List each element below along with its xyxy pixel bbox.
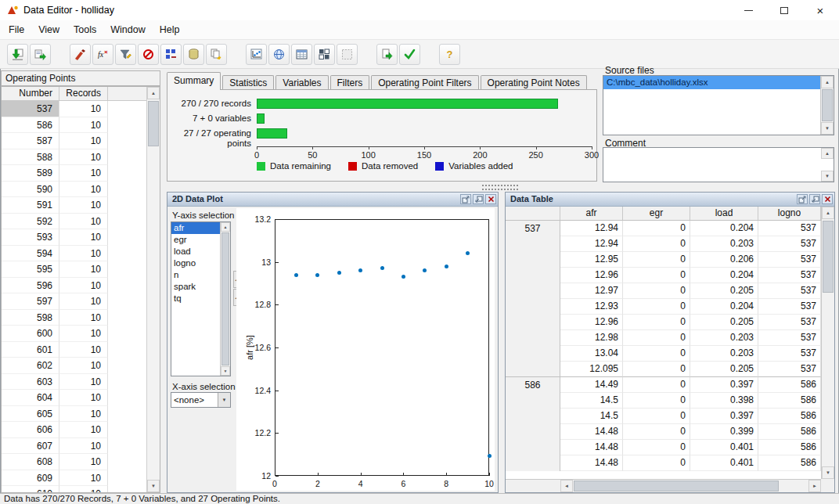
tab-statistics[interactable]: Statistics bbox=[222, 75, 274, 90]
row-header-cell[interactable] bbox=[506, 236, 560, 252]
test-filter-button[interactable] bbox=[138, 44, 159, 65]
y-axis-item-tq[interactable]: tq bbox=[171, 293, 220, 304]
export-workspace-button[interactable] bbox=[376, 44, 398, 65]
scroll-up-icon[interactable]: ▲ bbox=[221, 222, 230, 232]
row-header-cell[interactable] bbox=[506, 362, 560, 377]
table-cell[interactable]: 12.96 bbox=[560, 315, 623, 330]
op-records-cell[interactable]: 10 bbox=[59, 214, 108, 230]
tab-summary[interactable]: Summary bbox=[167, 72, 221, 90]
empty-view-button[interactable] bbox=[337, 44, 358, 65]
op-number-cell[interactable]: 595 bbox=[2, 261, 59, 278]
operating-point-row[interactable]: 60410 bbox=[2, 390, 160, 406]
table-cell[interactable]: 0.204 bbox=[690, 299, 758, 315]
table-cell[interactable]: 14.48 bbox=[560, 455, 623, 471]
y-axis-scrollbar[interactable]: ▲ ▼ bbox=[220, 222, 230, 376]
menu-item-view[interactable]: View bbox=[31, 20, 67, 40]
table-cell[interactable]: 537 bbox=[758, 315, 821, 330]
op-records-cell[interactable]: 10 bbox=[59, 261, 108, 278]
chevron-down-icon[interactable]: ▼ bbox=[218, 393, 230, 407]
scroll-up-icon[interactable]: ▲ bbox=[821, 76, 834, 88]
table-cell[interactable]: 537 bbox=[758, 268, 821, 283]
table-cell[interactable]: 0.203 bbox=[690, 330, 758, 346]
operating-point-row[interactable]: 60710 bbox=[2, 438, 160, 455]
scroll-up-icon[interactable]: ▲ bbox=[147, 87, 160, 99]
table-cell[interactable]: 0 bbox=[623, 299, 690, 315]
op-number-cell[interactable]: 606 bbox=[2, 422, 59, 438]
table-cell[interactable]: 12.94 bbox=[560, 221, 623, 236]
table-cell[interactable]: 537 bbox=[758, 330, 821, 346]
column-header-logno[interactable]: logno bbox=[758, 207, 821, 220]
row-header-cell[interactable]: 586 bbox=[506, 377, 560, 393]
table-row[interactable]: 53712.9400.204537 bbox=[506, 221, 821, 236]
row-header-cell[interactable] bbox=[506, 409, 560, 424]
table-cell[interactable]: 0.397 bbox=[690, 377, 758, 393]
table-cell[interactable]: 0.398 bbox=[690, 393, 758, 409]
op-number-cell[interactable]: 604 bbox=[2, 390, 59, 406]
table-cell[interactable]: 14.5 bbox=[560, 409, 623, 424]
op-records-cell[interactable]: 10 bbox=[59, 406, 108, 423]
table-cell[interactable]: 0.397 bbox=[690, 409, 758, 424]
tab-operating-point-notes[interactable]: Operating Point Notes bbox=[481, 75, 587, 90]
comment-scrollbar[interactable]: ▲ ▼ bbox=[821, 148, 834, 182]
table-row[interactable]: 12.9600.205537 bbox=[506, 315, 821, 330]
table-cell[interactable]: 586 bbox=[758, 409, 821, 424]
operating-point-row[interactable]: 59010 bbox=[2, 182, 160, 198]
op-records-cell[interactable]: 10 bbox=[59, 422, 108, 438]
op-number-cell[interactable]: 598 bbox=[2, 310, 59, 326]
operating-point-row[interactable]: 59810 bbox=[2, 310, 160, 326]
table-row[interactable]: 12.9800.203537 bbox=[506, 330, 821, 346]
op-records-cell[interactable]: 10 bbox=[59, 133, 108, 149]
add-filter-button[interactable] bbox=[115, 44, 136, 65]
multi-view-button[interactable] bbox=[314, 44, 335, 65]
table-cell[interactable]: 0.401 bbox=[690, 455, 758, 471]
operating-points-scrollbar[interactable]: ▲ ▼ bbox=[146, 87, 160, 492]
table-row[interactable]: 14.500.398586 bbox=[506, 393, 821, 409]
scroll-down-icon[interactable]: ▼ bbox=[821, 122, 834, 135]
op-number-cell[interactable]: 591 bbox=[2, 197, 59, 214]
table-cell[interactable]: 586 bbox=[758, 393, 821, 409]
row-header-cell[interactable] bbox=[506, 424, 560, 440]
op-records-cell[interactable]: 10 bbox=[59, 326, 108, 342]
op-number-cell[interactable]: 592 bbox=[2, 214, 59, 230]
y-axis-item-spark[interactable]: spark bbox=[171, 281, 220, 293]
table-cell[interactable]: 13.04 bbox=[560, 346, 623, 362]
dock-button[interactable] bbox=[473, 194, 484, 204]
op-records-cell[interactable]: 10 bbox=[59, 390, 108, 406]
op-number-cell[interactable]: 586 bbox=[2, 117, 59, 134]
operating-point-row[interactable]: 60610 bbox=[2, 422, 160, 438]
storage-button[interactable] bbox=[183, 44, 204, 65]
comment-input[interactable]: ▲ ▼ bbox=[603, 147, 834, 182]
table-cell[interactable]: 0 bbox=[623, 409, 690, 424]
op-records-cell[interactable]: 10 bbox=[59, 197, 108, 214]
table-vertical-scrollbar[interactable]: ▲ ▼ bbox=[821, 207, 834, 479]
undock-button[interactable] bbox=[460, 194, 471, 204]
op-records-cell[interactable]: 10 bbox=[59, 310, 108, 326]
source-files-scrollbar[interactable]: ▲ ▼ bbox=[820, 76, 834, 135]
row-header-cell[interactable] bbox=[506, 252, 560, 268]
scroll-up-icon[interactable]: ▲ bbox=[822, 207, 834, 219]
op-records-cell[interactable]: 10 bbox=[59, 101, 108, 117]
operating-point-row[interactable]: 53710 bbox=[2, 101, 160, 117]
import-workspace-button[interactable] bbox=[30, 44, 51, 65]
table-cell[interactable]: 537 bbox=[758, 283, 821, 299]
operating-point-row[interactable]: 58810 bbox=[2, 149, 160, 166]
table-cell[interactable]: 537 bbox=[758, 299, 821, 315]
operating-point-row[interactable]: 61010 bbox=[2, 486, 160, 493]
maximize-button[interactable] bbox=[766, 0, 802, 20]
op-number-cell[interactable]: 601 bbox=[2, 342, 59, 358]
operating-point-row[interactable]: 60110 bbox=[2, 342, 160, 358]
table-cell[interactable]: 12.95 bbox=[560, 252, 623, 268]
scroll-thumb[interactable] bbox=[823, 221, 834, 293]
export-data-button[interactable] bbox=[206, 44, 227, 65]
operating-point-row[interactable]: 60910 bbox=[2, 470, 160, 487]
table-cell[interactable]: 0 bbox=[623, 330, 690, 346]
op-number-cell[interactable]: 602 bbox=[2, 358, 59, 374]
row-header-cell[interactable] bbox=[506, 315, 560, 330]
table-row[interactable]: 13.0400.203537 bbox=[506, 346, 821, 362]
op-number-cell[interactable]: 607 bbox=[2, 438, 59, 455]
scroll-right-icon[interactable]: ► bbox=[808, 480, 821, 492]
add-variable-button[interactable]: fx× bbox=[92, 44, 113, 65]
table-row[interactable]: 14.4800.399586 bbox=[506, 424, 821, 440]
op-records-cell[interactable]: 10 bbox=[59, 246, 108, 262]
op-number-cell[interactable]: 609 bbox=[2, 470, 59, 487]
